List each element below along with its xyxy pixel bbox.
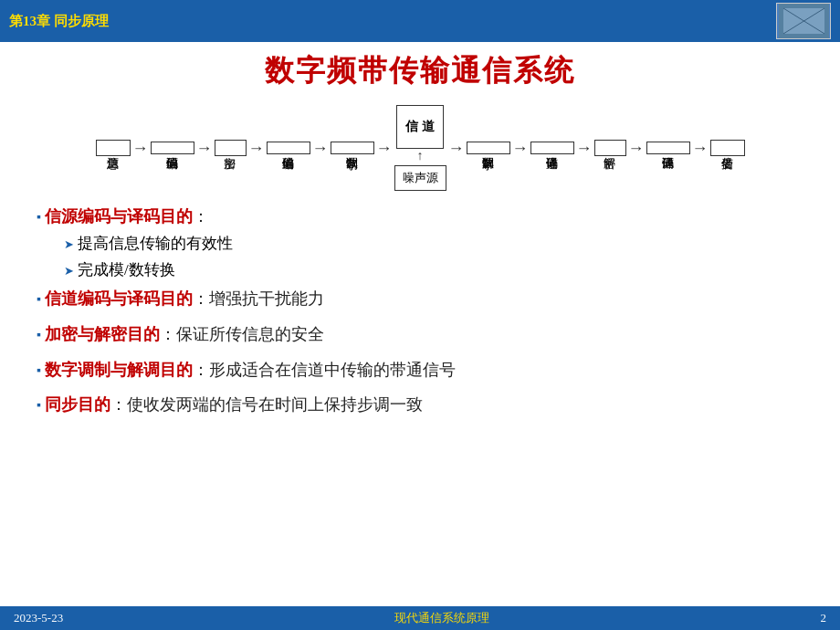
block-channel-decode: 信道译码 bbox=[530, 142, 574, 154]
arrow-7: → bbox=[512, 139, 529, 158]
arrow-6: → bbox=[448, 139, 465, 158]
bullet-icon-3: ▪ bbox=[37, 325, 41, 345]
bullet-item-5: ▪ 同步目的：使收发两端的信号在时间上保持步调一致 bbox=[37, 392, 803, 418]
sub-bullet-text-1-1: 提高信息传输的有效性 bbox=[78, 232, 233, 256]
header-image bbox=[776, 3, 831, 39]
bullet-label-1: 信源编码与译码目的 bbox=[45, 207, 193, 226]
block-source-encode: 信源编码 bbox=[151, 142, 194, 154]
header-bar: 第13章 同步原理 bbox=[0, 0, 840, 42]
arrow-9: → bbox=[628, 139, 645, 158]
bullet-item-1: ▪ 信源编码与译码目的： ➤ 提高信息传输的有效性 ➤ 完成模/数转换 bbox=[37, 204, 803, 282]
sub-bullet-1-2: ➤ 完成模/数转换 bbox=[64, 258, 803, 282]
block-channel: 信 道 bbox=[396, 105, 444, 149]
bullet-colon-1: ： bbox=[193, 207, 209, 226]
arrow-5: → bbox=[376, 139, 393, 158]
arrow-10: → bbox=[692, 139, 709, 158]
block-modulate: 数字调制 bbox=[331, 142, 374, 154]
arrow-8: → bbox=[576, 139, 593, 158]
sub-arrow-icon-1: ➤ bbox=[64, 236, 74, 254]
bullet-icon-4: ▪ bbox=[37, 361, 41, 381]
bullet-label-2: 信道编码与译码目的 bbox=[45, 289, 193, 308]
bullet-text-5: ：使收发两端的信号在时间上保持步调一致 bbox=[110, 395, 423, 414]
block-diagram: 信息源 → 信源编码 → 加密 → 信道编码 → 数字调制 → bbox=[27, 105, 813, 191]
slide-title: 数字频带传输通信系统 bbox=[27, 51, 813, 91]
bullet-label-3: 加密与解密目的 bbox=[45, 325, 160, 343]
bullet-icon-2: ▪ bbox=[37, 289, 41, 310]
block-source-decode: 信源译码 bbox=[646, 142, 690, 154]
block-decrypt: 解密 bbox=[594, 140, 626, 156]
noise-arrow: ↑ bbox=[417, 149, 424, 163]
footer: 2023-5-23 现代通信系统原理 2 bbox=[0, 606, 840, 630]
bullet-icon-5: ▪ bbox=[37, 395, 41, 415]
chapter-title: 第13章 同步原理 bbox=[9, 13, 109, 30]
bullet-text-4: ：形成适合在信道中传输的带通信号 bbox=[193, 361, 456, 379]
bullet-item-3: ▪ 加密与解密目的：保证所传信息的安全 bbox=[37, 321, 803, 348]
block-noise: 噪声源 bbox=[394, 165, 446, 191]
bullet-item-4: ▪ 数字调制与解调目的：形成适合在信道中传输的带通信号 bbox=[37, 357, 803, 383]
channel-group: 信 道 ↑ 噪声源 bbox=[394, 105, 446, 191]
bullet-text-2: ：增强抗干扰能力 bbox=[193, 289, 324, 308]
block-encrypt: 加密 bbox=[215, 140, 247, 156]
bullet-text-3: ：保证所传信息的安全 bbox=[160, 325, 324, 343]
bullet-label-4: 数字调制与解调目的 bbox=[45, 361, 193, 379]
sub-bullet-1-1: ➤ 提高信息传输的有效性 bbox=[64, 232, 803, 256]
bullet-label-5: 同步目的 bbox=[45, 395, 110, 414]
bullet-item-2: ▪ 信道编码与译码目的：增强抗干扰能力 bbox=[37, 286, 803, 312]
block-source: 信息源 bbox=[96, 140, 131, 156]
bullet-icon-1: ▪ bbox=[37, 207, 41, 227]
block-receiver: 受信者 bbox=[710, 140, 745, 156]
footer-date: 2023-5-23 bbox=[14, 611, 63, 625]
arrow-1: → bbox=[132, 139, 149, 158]
arrow-4: → bbox=[312, 139, 329, 158]
block-demodulate: 数字解调 bbox=[467, 142, 510, 154]
sub-bullet-text-1-2: 完成模/数转换 bbox=[78, 258, 175, 282]
footer-title: 现代通信系统原理 bbox=[394, 610, 489, 626]
bullet-section: ▪ 信源编码与译码目的： ➤ 提高信息传输的有效性 ➤ 完成模/数转换 ▪ 信道… bbox=[27, 204, 813, 418]
arrow-3: → bbox=[248, 139, 265, 158]
block-channel-encode: 信道编码 bbox=[267, 142, 310, 154]
sub-arrow-icon-2: ➤ bbox=[64, 262, 74, 280]
footer-page: 2 bbox=[820, 611, 826, 625]
main-content: 数字频带传输通信系统 信息源 → 信源编码 → 加密 → 信道编码 → bbox=[0, 42, 840, 436]
diagram-main-row: 信息源 → 信源编码 → 加密 → 信道编码 → 数字调制 → bbox=[96, 105, 745, 191]
arrow-2: → bbox=[196, 139, 213, 158]
